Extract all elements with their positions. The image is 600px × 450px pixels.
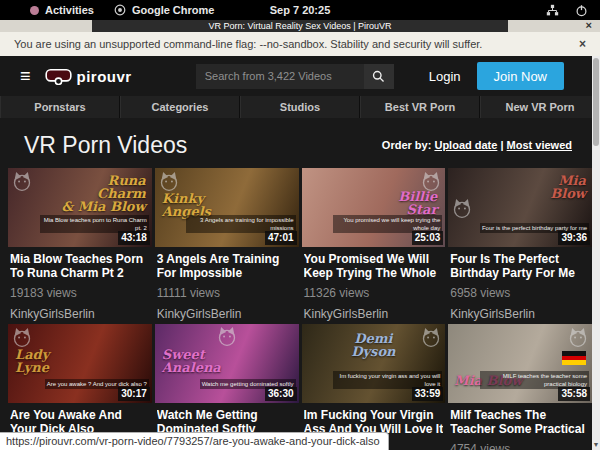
studio-watermark-icon <box>568 327 588 349</box>
sandbox-warning-infobar: You are using an unsupported command-lin… <box>0 32 600 56</box>
video-views: 6958 views <box>450 286 590 300</box>
video-views: 4754 views <box>450 442 590 450</box>
nav-item-new-vr[interactable]: New VR Porn <box>480 96 600 118</box>
duration-badge: 30:17 <box>118 387 150 401</box>
order-upload-date-link[interactable]: Upload date <box>434 139 497 151</box>
video-title[interactable]: Mia Blow Teaches Porn To Runa Charm Pt 2 <box>10 252 150 280</box>
thumbnail-overlay-title: Lady Lyne <box>15 348 49 374</box>
status-url-tooltip: https://pirouvr.com/vr-porn-video/779325… <box>0 432 389 450</box>
activities-icon <box>30 6 39 15</box>
nav-item-categories[interactable]: Categories <box>120 96 240 118</box>
site-logo[interactable]: pirouvr <box>45 68 132 85</box>
power-icon[interactable] <box>575 4 588 17</box>
app-menu-label: Google Chrome <box>132 4 215 16</box>
video-thumbnail[interactable]: Mia Blow Four is the perfect birthday pa… <box>448 168 592 247</box>
video-thumbnail[interactable]: Demi Dyson Im fucking your virgin ass an… <box>302 324 446 403</box>
tab-title: VR Porn: Virtual Reality Sex Videos | Pi… <box>208 21 391 31</box>
chrome-icon <box>114 4 126 16</box>
video-thumbnail[interactable]: Runa Charm & Mia Blow Mia Blow teaches p… <box>8 168 152 247</box>
login-link[interactable]: Login <box>429 69 461 84</box>
system-bar: Activities Google Chrome Sep 7 20:25 <box>0 0 600 20</box>
video-thumbnail[interactable]: Kinky Angels 3 Angels are training for i… <box>155 168 299 247</box>
thumbnail-overlay-title: Demi Dyson <box>302 332 446 358</box>
thumbnail-overlay-title: Mia Blow <box>550 174 586 200</box>
video-title[interactable]: 3 Angels Are Training For Impossible Mis… <box>157 252 297 280</box>
video-views: 11111 views <box>157 286 297 300</box>
site-header: ≡ pirouvr Login Join Now <box>0 56 600 96</box>
video-thumbnail[interactable]: Mia Blow MILF teaches the teacher some p… <box>448 324 592 403</box>
german-flag-icon <box>562 351 586 365</box>
video-studio-link[interactable]: KinkyGirlsBerlin <box>10 307 150 321</box>
nav-item-pornstars[interactable]: Pornstars <box>0 96 120 118</box>
video-card[interactable]: Billie Star You promised we will keep tr… <box>302 168 446 321</box>
app-menu-button[interactable]: Google Chrome <box>114 4 215 16</box>
order-most-viewed-link[interactable]: Most viewed <box>507 139 572 151</box>
duration-badge: 25:03 <box>412 231 444 245</box>
video-thumbnail[interactable]: Lady Lyne Are you awake ? And your dick … <box>8 324 152 403</box>
duration-badge: 36:30 <box>265 387 297 401</box>
nav-item-best-vr[interactable]: Best VR Porn <box>360 96 480 118</box>
studio-watermark-icon <box>12 171 32 193</box>
video-card[interactable]: Mia Blow Four is the perfect birthday pa… <box>448 168 592 321</box>
main-nav: Pornstars Categories Studios Best VR Por… <box>0 96 600 118</box>
video-studio-link[interactable]: KinkyGirlsBerlin <box>450 307 590 321</box>
video-title[interactable]: You Promised We Will Keep Trying The Who… <box>304 252 444 280</box>
studio-watermark-icon <box>452 198 472 220</box>
video-views: 11326 views <box>304 286 444 300</box>
duration-badge: 43:18 <box>118 231 150 245</box>
studio-watermark-icon <box>159 171 179 193</box>
infobar-message: You are using an unsupported command-lin… <box>14 38 482 50</box>
page-title: VR Porn Videos <box>24 131 187 159</box>
network-tray-icon[interactable] <box>546 4 559 17</box>
infobar-close-icon[interactable]: × <box>579 37 586 51</box>
duration-badge: 47:01 <box>265 231 297 245</box>
logo-text: pirouvr <box>77 68 132 85</box>
studio-watermark-icon <box>12 327 32 349</box>
duration-badge: 39:36 <box>558 231 590 245</box>
browser-tab-strip: VR Porn: Virtual Reality Sex Videos | Pi… <box>0 20 600 32</box>
search-button[interactable] <box>364 64 394 89</box>
system-clock[interactable]: Sep 7 20:25 <box>270 4 331 16</box>
video-grid: Runa Charm & Mia Blow Mia Blow teaches p… <box>8 168 592 450</box>
activities-label: Activities <box>45 4 94 16</box>
video-title[interactable]: Four Is The Perfect Birthday Party For M… <box>450 252 590 280</box>
browser-tab[interactable]: VR Porn: Virtual Reality Sex Videos | Pi… <box>92 20 508 32</box>
order-by-controls: Order by: Upload date | Most viewed <box>382 139 572 151</box>
scrollbar-thumb[interactable] <box>593 58 599 146</box>
video-card[interactable]: Mia Blow MILF teaches the teacher some p… <box>448 324 592 450</box>
order-by-label: Order by: <box>382 139 432 151</box>
video-thumbnail[interactable]: Sweet Analena Watch me getting dominated… <box>155 324 299 403</box>
search-bar <box>196 64 394 89</box>
join-now-button[interactable]: Join Now <box>477 62 564 90</box>
thumbnail-overlay-title: Runa Charm & Mia Blow <box>61 174 145 213</box>
scrollbar-down-arrow-icon[interactable]: ▼ <box>592 441 600 449</box>
search-input[interactable] <box>196 64 364 89</box>
video-studio-link[interactable]: KinkyGirlsBerlin <box>304 307 444 321</box>
page-scrollbar[interactable]: ▼ <box>592 56 600 450</box>
duration-badge: 33:59 <box>412 387 444 401</box>
vr-goggles-icon <box>45 68 72 85</box>
video-studio-link[interactable]: KinkyGirlsBerlin <box>157 307 297 321</box>
studio-watermark-icon <box>217 326 237 348</box>
nav-item-studios[interactable]: Studios <box>240 96 360 118</box>
video-title[interactable]: Milf Teaches The Teacher Some Practical … <box>450 408 590 436</box>
search-icon <box>372 70 385 83</box>
order-separator: | <box>500 139 503 151</box>
video-views: 19183 views <box>10 286 150 300</box>
video-card[interactable]: Runa Charm & Mia Blow Mia Blow teaches p… <box>8 168 152 321</box>
tab-close-icon[interactable]: × <box>586 19 592 31</box>
activities-button[interactable]: Activities <box>30 4 94 16</box>
hamburger-menu-icon[interactable]: ≡ <box>20 67 31 85</box>
duration-badge: 35:58 <box>558 387 590 401</box>
video-thumbnail[interactable]: Billie Star You promised we will keep tr… <box>302 168 446 247</box>
video-card[interactable]: Kinky Angels 3 Angels are training for i… <box>155 168 299 321</box>
thumbnail-overlay-title: Billie Star <box>302 190 438 216</box>
thumbnail-overlay-title: Sweet Analena <box>162 348 221 374</box>
